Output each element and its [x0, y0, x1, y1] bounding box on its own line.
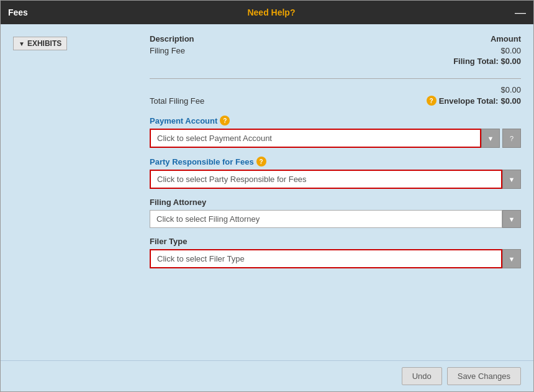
save-button[interactable]: Save Changes — [447, 367, 521, 385]
fee-table-header: Description Amount — [150, 34, 521, 43]
amount-header: Amount — [491, 34, 521, 43]
total-filing-fee-label: Total Filing Fee — [150, 96, 204, 106]
window-title: Fees — [8, 7, 28, 17]
payment-account-dropdown-btn[interactable]: ▼ — [481, 129, 500, 148]
totals-section: Total Filing Fee $0.00 ? Envelope Total:… — [150, 85, 521, 106]
party-responsible-label: Party Responsible for Fees ? — [150, 157, 521, 166]
main-content: ▼ EXHIBITS Description Amount Filing Fee… — [1, 24, 533, 391]
party-responsible-input[interactable]: Click to select Party Responsible for Fe… — [150, 170, 502, 189]
total-filing-fee-value: $0.00 — [500, 85, 521, 94]
footer-bar: Undo Save Changes — [1, 360, 533, 391]
exhibits-button[interactable]: ▼ EXHIBITS — [13, 37, 67, 50]
filer-type-wrapper: Click to select Filer Type ▼ — [150, 249, 521, 268]
filing-attorney-section: Filing Attorney Click to select Filing A… — [150, 198, 521, 228]
filing-total-label: Filing Total: — [453, 57, 499, 66]
envelope-total-value: $0.00 — [500, 96, 521, 106]
payment-account-wrapper: Click to select Payment Account ▼ ? — [150, 129, 521, 148]
payment-account-section: Payment Account ? Click to select Paymen… — [150, 116, 521, 148]
divider — [150, 78, 521, 79]
party-responsible-help-icon[interactable]: ? — [256, 157, 266, 166]
filing-attorney-wrapper: Click to select Filing Attorney ▼ — [150, 210, 521, 228]
party-responsible-section: Party Responsible for Fees ? Click to se… — [150, 157, 521, 189]
filing-attorney-input[interactable]: Click to select Filing Attorney — [150, 210, 502, 228]
fee-table: Description Amount Filing Fee $0.00 Fili… — [150, 34, 521, 66]
close-button[interactable]: — — [515, 7, 526, 18]
exhibits-arrow-icon: ▼ — [19, 40, 25, 47]
content-area: ▼ EXHIBITS Description Amount Filing Fee… — [1, 24, 533, 360]
left-panel: ▼ EXHIBITS — [13, 34, 150, 350]
undo-button[interactable]: Undo — [402, 367, 442, 385]
envelope-help-icon[interactable]: ? — [427, 96, 437, 106]
party-responsible-wrapper: Click to select Party Responsible for Fe… — [150, 170, 521, 189]
description-header: Description — [150, 34, 194, 43]
filer-type-section: Filer Type Click to select Filer Type ▼ — [150, 237, 521, 268]
party-responsible-dropdown-btn[interactable]: ▼ — [502, 170, 521, 189]
payment-account-help-btn[interactable]: ? — [502, 129, 521, 148]
main-window: Fees Need Help? — ▼ EXHIBITS Description… — [0, 0, 534, 392]
payment-account-input[interactable]: Click to select Payment Account — [150, 129, 481, 148]
filing-total-value: $0.00 — [500, 57, 521, 66]
envelope-total-label: Envelope Total: — [439, 96, 499, 106]
filing-total-row: Filing Total: $0.00 — [150, 57, 521, 66]
exhibits-label: EXHIBITS — [27, 39, 61, 48]
filing-attorney-label: Filing Attorney — [150, 198, 521, 207]
filer-type-dropdown-btn[interactable]: ▼ — [502, 249, 521, 268]
right-panel: Description Amount Filing Fee $0.00 Fili… — [150, 34, 521, 350]
filer-type-label: Filer Type — [150, 237, 521, 246]
table-row: Filing Fee $0.00 — [150, 46, 521, 55]
title-bar: Fees Need Help? — — [1, 1, 533, 24]
help-link[interactable]: Need Help? — [247, 7, 295, 17]
payment-account-label: Payment Account ? — [150, 116, 521, 125]
fee-amount: $0.00 — [500, 46, 521, 55]
filer-type-input[interactable]: Click to select Filer Type — [150, 249, 502, 268]
envelope-total-row: ? Envelope Total: $0.00 — [427, 96, 521, 106]
filing-attorney-dropdown-btn[interactable]: ▼ — [502, 210, 521, 228]
totals-right: $0.00 ? Envelope Total: $0.00 — [427, 85, 521, 106]
payment-account-help-icon[interactable]: ? — [220, 116, 230, 125]
fee-description: Filing Fee — [150, 46, 185, 55]
